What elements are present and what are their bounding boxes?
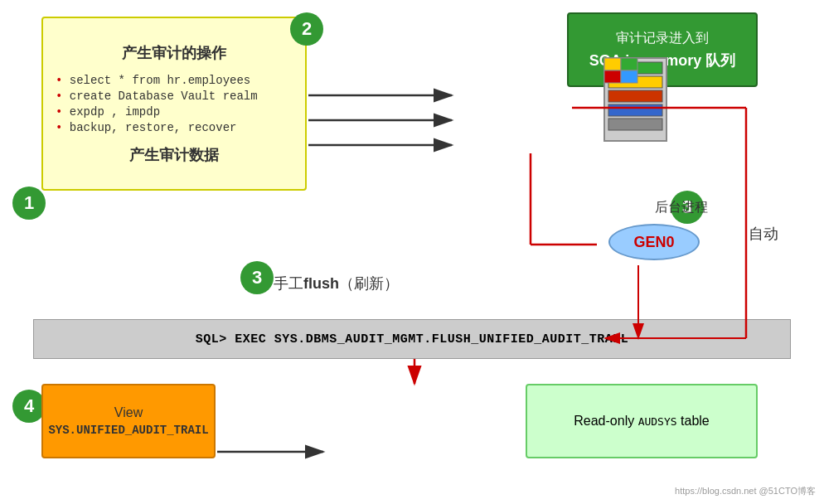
main-container: 产生审计的操作 select * from hr.employees creat… [0,0,824,504]
watermark: https://blog.csdn.net @51CTO博客 [675,485,816,497]
list-item: backup, restore, recover [56,121,293,134]
command-box: SQL> EXEC SYS.DBMS_AUDIT_MGMT.FLUSH_UNIF… [33,319,791,359]
flush-bold: flush [303,275,339,292]
yellow-box-subtitle: 产生审计数据 [129,145,219,165]
svg-rect-3 [608,90,662,102]
svg-rect-9 [621,70,637,83]
svg-rect-8 [604,70,621,83]
green-box-audsys: Read-only AUDSYS table [526,384,758,458]
readonly-text: Read-only AUDSYS table [574,414,709,429]
circle-3-left: 3 [240,261,274,294]
orange-line2: SYS.UNIFIED_AUDIT_TRAIL [48,424,208,437]
flush-prefix: 手工 [274,275,303,292]
list-item: select * from hr.employees [56,74,293,87]
backend-label: 后台进程 [655,199,708,216]
auto-label: 自动 [749,224,778,244]
gen0-oval: GEN0 [608,224,700,260]
command-text: SQL> EXEC SYS.DBMS_AUDIT_MGMT.FLUSH_UNIF… [196,332,629,346]
sga-line1: 审计记录进入到 [616,30,709,47]
svg-rect-5 [608,119,662,130]
list-item: expdp , impdp [56,105,293,119]
orange-line1: View [114,405,143,420]
circle-2: 2 [290,12,323,46]
circle-1: 1 [12,187,46,220]
yellow-box-title: 产生审计的操作 [122,43,226,63]
manual-flush-label: 手工flush（刷新） [274,274,399,293]
orange-box-view: View SYS.UNIFIED_AUDIT_TRAIL [41,384,216,458]
circle-4: 4 [12,390,46,423]
yellow-operations-box: 产生审计的操作 select * from hr.employees creat… [41,17,307,191]
operations-list: select * from hr.employees create Databa… [56,71,293,137]
audsys-code: AUDSYS [638,415,677,428]
svg-rect-4 [608,104,662,116]
flush-suffix: （刷新） [339,275,399,292]
gen0-text: GEN0 [633,234,674,251]
svg-rect-6 [604,58,621,70]
svg-rect-7 [621,58,637,70]
list-item: create Database Vault realm [56,90,293,103]
server-icon [600,54,683,162]
